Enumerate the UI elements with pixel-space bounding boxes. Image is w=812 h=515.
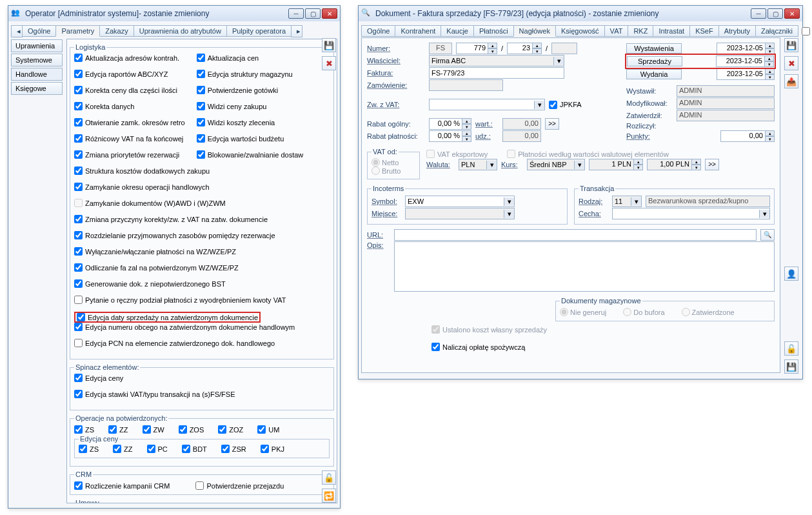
combo-symbol[interactable]: EXW▾ — [405, 196, 515, 207]
tab-uprawnienia-atrybutow[interactable]: Uprawnienia do atrybutów — [134, 25, 227, 37]
rabat2[interactable]: 0,00 %▴▾ — [429, 130, 471, 142]
refresh-icon[interactable]: 💾 — [784, 359, 798, 374]
tab-Kontrahent[interactable]: Kontrahent — [395, 25, 441, 37]
chk-log[interactable]: Generowanie dok. z niepotwierdzonego BST — [74, 279, 330, 288]
minimize-button[interactable]: ─ — [751, 8, 766, 19]
chk-log[interactable]: Edycja struktury magazynu — [197, 70, 304, 78]
chk-op-ZZ[interactable]: ZZ — [113, 445, 132, 453]
kurs-val2[interactable]: 1,00 PLN▴▾ — [647, 159, 701, 170]
close-button[interactable]: ✕ — [784, 8, 800, 19]
unlock-icon[interactable]: 🔓 — [322, 470, 336, 485]
inp-faktura[interactable] — [429, 67, 564, 79]
export-icon[interactable]: 📤 — [784, 74, 798, 88]
date-Sprzedaży[interactable]: 2023-12-05▴▾ — [716, 56, 774, 67]
chk-log[interactable]: Zmiana priorytetów rezerwacji — [74, 150, 185, 159]
btn-expand1[interactable]: >> — [545, 118, 559, 130]
combo-zwvat[interactable]: ▾ — [429, 99, 545, 110]
minimize-button[interactable]: ─ — [288, 8, 304, 19]
tab-Załączniki[interactable]: Załączniki — [755, 25, 798, 37]
chk-spinacz[interactable]: Edycja stawki VAT/typu transakcji na (s)… — [74, 390, 330, 398]
date-Wystawienia[interactable]: 2023-12-05▴▾ — [717, 43, 775, 54]
chk-log[interactable]: Odliczanie fa zal na potwierdzonym WZ/WZ… — [74, 263, 330, 272]
tab-Płatności[interactable]: Płatności — [473, 25, 514, 37]
save-icon[interactable]: 💾 — [784, 38, 798, 52]
chk-log[interactable]: Korekta danych — [74, 102, 185, 110]
datebtn-Wystawienia[interactable]: Wystawienia — [626, 43, 682, 54]
chk-log[interactable]: Aktualizacja cen — [197, 54, 304, 62]
tab-RKZ[interactable]: RKZ — [628, 25, 653, 37]
chk-op-PC[interactable]: PC — [147, 445, 168, 453]
tab-KSeF[interactable]: KSeF — [689, 25, 719, 37]
chk-log[interactable]: Potwierdzenie gotówki — [197, 86, 304, 94]
chk-log[interactable]: Edycja PCN na elemencie zatwierdzonego d… — [74, 339, 330, 347]
punkty[interactable]: 0,00▴▾ — [720, 130, 775, 142]
combo-rodzaj[interactable]: 11▾ — [612, 196, 642, 207]
chk-log[interactable]: Zmiana przyczyny korekty/zw. z VAT na za… — [74, 215, 330, 223]
chk-dobufora[interactable]: Do bufora — [802, 23, 812, 39]
close-button[interactable]: ✕ — [322, 8, 337, 19]
tab-parametry[interactable]: Parametry — [55, 25, 100, 37]
radio-brutto[interactable]: Brutto — [371, 167, 415, 175]
maximize-button[interactable]: ▢ — [767, 8, 783, 19]
chk-spinacz[interactable]: Edycja ceny — [74, 374, 330, 382]
btn-kurs-expand[interactable]: >> — [705, 159, 719, 170]
chk-log[interactable]: Widzi koszty zlecenia — [197, 118, 304, 126]
chk-log[interactable]: Edycja wartości budżetu — [197, 134, 304, 143]
sidetab-uprawnienia[interactable]: Uprawnienia — [11, 39, 63, 52]
tab-Księgowość[interactable]: Księgowość — [555, 25, 605, 37]
chk-op-ZS[interactable]: ZS — [74, 425, 94, 434]
combo-waluta[interactable]: PLN▾ — [459, 159, 497, 170]
combo-wlasciciel[interactable]: Firma ABC▾ — [429, 55, 564, 66]
chk-log[interactable]: Edycja daty sprzedaży na zatwierdzonym d… — [77, 313, 258, 321]
sidetab-systemowe[interactable]: Systemowe — [11, 54, 63, 66]
user-icon[interactable]: 👤 — [784, 267, 798, 281]
numer-1[interactable]: 779▴▾ — [456, 43, 497, 54]
chk-log[interactable]: Zamykanie okresu operacji handlowych — [74, 183, 330, 191]
chk-op-ZSR[interactable]: ZSR — [221, 445, 246, 453]
chk-log[interactable]: Rozdzielanie przyjmowanych zasobów pomię… — [74, 231, 330, 239]
chk-log[interactable]: Wyłączanie/włączanie płatności na WZ/WZE… — [74, 247, 330, 256]
chk-op-ZOZ[interactable]: ZOZ — [218, 425, 243, 434]
lock-icon[interactable]: 🔓 — [784, 341, 798, 356]
inp-url[interactable] — [394, 229, 757, 241]
chk-log[interactable]: Widzi ceny zakupu — [197, 102, 304, 110]
tab-scroll-right[interactable]: ▸ — [291, 25, 302, 37]
chk-naliczaj[interactable]: Naliczaj opłatę spożywczą — [431, 343, 775, 351]
rabat1[interactable]: 0,00 %▴▾ — [429, 118, 471, 130]
chk-op-ZW[interactable]: ZW — [143, 425, 164, 434]
save-icon[interactable]: 💾 — [322, 38, 336, 52]
kurs-val1[interactable]: 1 PLN▴▾ — [589, 159, 643, 170]
chk-op-UM[interactable]: UM — [257, 425, 279, 434]
combo-cecha[interactable]: ▾ — [612, 208, 770, 219]
chk-jpkfa[interactable]: JPKFA — [549, 101, 582, 109]
chk-op-ZS[interactable]: ZS — [79, 445, 99, 453]
chk-log[interactable]: Różnicowy VAT na fa końcowej — [74, 134, 185, 143]
textarea-opis[interactable] — [394, 241, 775, 292]
chk-op-PKJ[interactable]: PKJ — [261, 445, 284, 453]
chk-log[interactable]: Blokowanie/zwalnianie dostaw — [197, 150, 304, 159]
chk-op-BDT[interactable]: BDT — [182, 445, 207, 453]
combo-miejsce[interactable]: ▾ — [405, 208, 515, 219]
tab-VAT[interactable]: VAT — [604, 25, 629, 37]
delete-icon[interactable]: ✖ — [784, 56, 798, 70]
refresh-icon[interactable]: 🔁 — [322, 489, 336, 503]
tab-pulpity[interactable]: Pulpity operatora — [226, 25, 292, 37]
chk-crm-potwierdzenie[interactable]: Potwierdzenie przejazdu — [195, 481, 284, 490]
datebtn-Wydania[interactable]: Wydania — [626, 69, 682, 79]
chk-log[interactable]: Otwieranie zamk. okresów retro — [74, 118, 185, 126]
chk-log[interactable]: Edycja numeru obcego na zatwierdzonym do… — [74, 323, 330, 331]
tab-scroll-left[interactable]: ◂ — [11, 25, 23, 37]
tab-Atrybuty[interactable]: Atrybuty — [718, 25, 756, 37]
chk-op-ZZ[interactable]: ZZ — [108, 425, 128, 434]
chk-log[interactable]: Korekta ceny dla części ilości — [74, 86, 185, 94]
delete-icon[interactable]: ✖ — [322, 56, 336, 70]
tab-zakazy[interactable]: Zakazy — [99, 25, 134, 37]
tab-Ogólne[interactable]: Ogólne — [361, 25, 395, 37]
numer-2[interactable]: 23▴▾ — [507, 43, 542, 54]
tab-Intrastat[interactable]: Intrastat — [653, 25, 690, 37]
chk-log[interactable]: Aktualizacja adresów kontrah. — [74, 54, 185, 62]
tab-Kaucje[interactable]: Kaucje — [441, 25, 474, 37]
chk-log[interactable]: Edycja raportów ABC/XYZ — [74, 70, 185, 78]
tab-ogolne[interactable]: Ogólne — [22, 25, 56, 37]
chk-crm-rozliczenie[interactable]: Rozliczenie kampanii CRM — [74, 481, 170, 490]
